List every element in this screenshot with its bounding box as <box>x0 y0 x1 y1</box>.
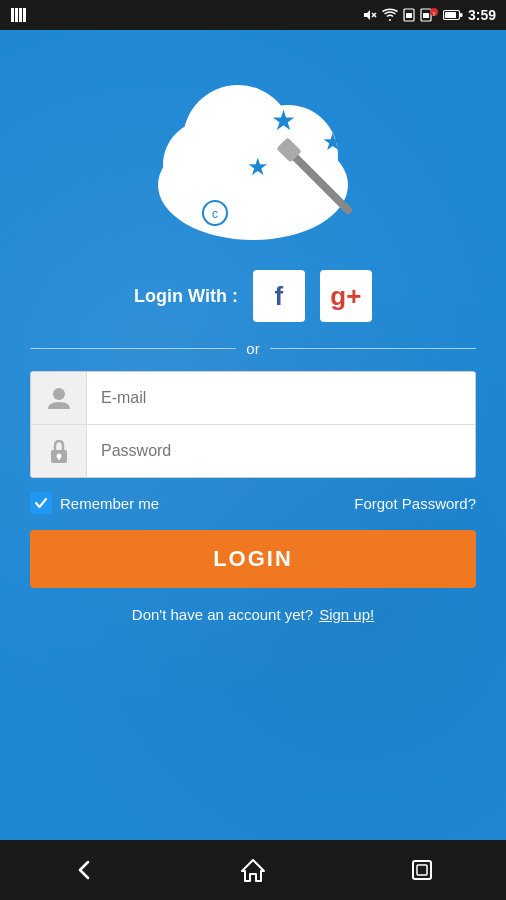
home-button[interactable] <box>223 850 283 890</box>
login-with-row: Login With : f g+ <box>134 270 372 322</box>
status-bar-right: ! 3:59 <box>363 7 496 23</box>
remember-me-label: Remember me <box>60 495 159 512</box>
svg-text:★: ★ <box>271 105 296 136</box>
svg-text:!: ! <box>433 11 435 17</box>
svg-point-26 <box>53 388 65 400</box>
battery-icon <box>443 9 463 21</box>
recents-button[interactable] <box>392 850 452 890</box>
svg-text:★: ★ <box>322 128 344 155</box>
svg-rect-0 <box>11 8 14 22</box>
lock-icon-container <box>31 425 87 477</box>
forgot-password-link[interactable]: Forgot Password? <box>354 495 476 512</box>
main-content: ★ ★ ★ c Login With : f g+ or <box>0 30 506 840</box>
svg-text:c: c <box>212 207 218 221</box>
remember-me[interactable]: Remember me <box>30 492 159 514</box>
svg-rect-7 <box>406 13 412 18</box>
google-plus-icon: g+ <box>330 281 361 312</box>
no-account-text: Don't have an account yet? <box>132 606 313 623</box>
svg-rect-3 <box>23 8 26 22</box>
input-group <box>30 371 476 478</box>
login-button[interactable]: LOGIN <box>30 530 476 588</box>
login-with-label: Login With : <box>134 286 238 307</box>
remember-forgot-row: Remember me Forgot Password? <box>30 492 476 514</box>
mute-icon <box>363 8 377 22</box>
svg-rect-14 <box>460 13 463 17</box>
svg-rect-1 <box>15 8 18 22</box>
status-bar-left <box>10 6 28 24</box>
remember-me-checkbox[interactable] <box>30 492 52 514</box>
email-input[interactable] <box>87 372 475 424</box>
svg-point-18 <box>183 85 293 195</box>
svg-rect-31 <box>413 861 431 879</box>
signup-link[interactable]: Sign up! <box>319 606 374 623</box>
home-icon <box>239 856 267 884</box>
alert-icon: ! <box>420 8 438 22</box>
nav-bar <box>0 840 506 900</box>
wifi-icon <box>382 8 398 22</box>
divider-row: or <box>30 340 476 357</box>
email-row <box>31 372 475 425</box>
divider-line-right <box>270 348 476 349</box>
facebook-icon: f <box>275 281 284 312</box>
svg-text:★: ★ <box>247 153 269 180</box>
svg-rect-9 <box>423 13 429 18</box>
sim-icon <box>403 8 415 22</box>
divider-text: or <box>246 340 259 357</box>
svg-rect-13 <box>445 12 456 18</box>
facebook-login-button[interactable]: f <box>253 270 305 322</box>
svg-rect-32 <box>417 865 427 875</box>
password-input[interactable] <box>87 425 475 477</box>
logo-container: ★ ★ ★ c <box>123 50 383 250</box>
checkmark-icon <box>34 496 48 510</box>
svg-rect-2 <box>19 8 22 22</box>
user-icon-container <box>31 372 87 424</box>
status-time: 3:59 <box>468 7 496 23</box>
status-bar: ! 3:59 <box>0 0 506 30</box>
svg-marker-30 <box>242 860 264 881</box>
app-logo: ★ ★ ★ c <box>133 55 373 245</box>
signup-row: Don't have an account yet? Sign up! <box>132 606 374 623</box>
user-icon <box>46 385 72 411</box>
grid-icon <box>10 6 28 24</box>
svg-rect-29 <box>58 456 60 460</box>
back-arrow-icon <box>70 856 98 884</box>
divider-line-left <box>30 348 236 349</box>
back-button[interactable] <box>54 850 114 890</box>
recents-icon <box>408 856 436 884</box>
password-row <box>31 425 475 477</box>
google-login-button[interactable]: g+ <box>320 270 372 322</box>
lock-icon <box>47 437 71 465</box>
